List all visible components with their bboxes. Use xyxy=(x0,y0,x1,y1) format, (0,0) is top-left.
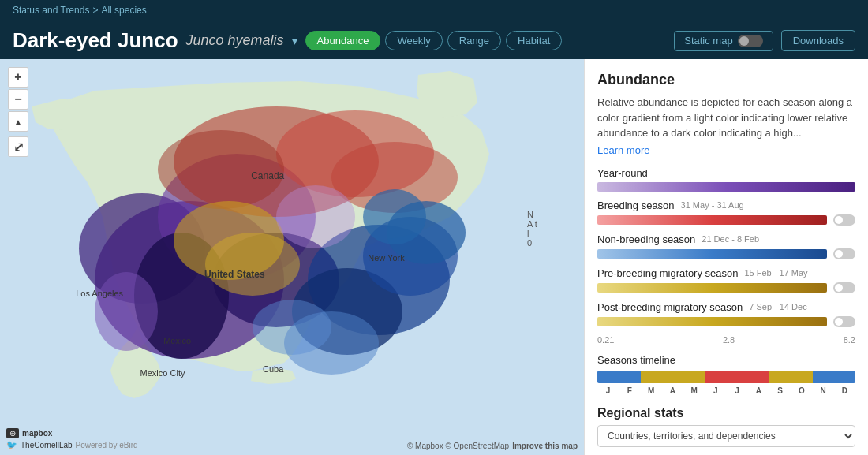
timeline-bar xyxy=(597,371,855,383)
scale-min: 0.21 xyxy=(597,335,614,345)
static-map-toggle[interactable] xyxy=(738,35,763,47)
sidebar-description: Relative abundance is depicted for each … xyxy=(597,95,855,141)
timeline-may xyxy=(683,371,705,383)
map-controls: + − ▲ ⤢ xyxy=(8,67,28,157)
month-label-n: N xyxy=(813,386,834,395)
regional-stats-select[interactable]: Countries, territories, and dependencies xyxy=(597,425,855,447)
timeline-section: Seasons timeline J F M A M xyxy=(597,354,855,395)
static-map-label: Static map xyxy=(684,35,732,47)
main-content: + − ▲ ⤢ Canada United States New York Lo… xyxy=(0,59,868,455)
header-right: Static map Downloads xyxy=(674,30,855,51)
season-row-postbreeding: Post-breeding migratory season 7 Sep - 1… xyxy=(597,301,855,327)
prebreeding-bar xyxy=(597,283,827,293)
postbreeding-bar xyxy=(597,317,827,326)
month-label-s: S xyxy=(769,386,791,395)
svg-point-14 xyxy=(205,233,300,296)
scale-labels: 0.21 2.8 8.2 xyxy=(597,335,855,345)
timeline-nov xyxy=(813,371,834,383)
header: Status and Trends > All species Dark-eye… xyxy=(0,0,868,59)
svg-point-19 xyxy=(95,272,158,351)
nonbreeding-toggle[interactable] xyxy=(833,248,855,259)
nav-tabs: Abundance Weekly Range Habitat xyxy=(305,31,563,50)
regional-stats-section: Regional stats Countries, territories, a… xyxy=(597,406,855,447)
svg-point-18 xyxy=(253,300,331,355)
map-canvas xyxy=(0,59,584,455)
powered-by: Powered by eBird xyxy=(76,441,138,449)
month-label-m1: M xyxy=(641,386,662,395)
zoom-in-button[interactable]: + xyxy=(8,67,28,88)
svg-point-11 xyxy=(158,130,284,209)
season-row-breeding: Breeding season 31 May - 31 Aug xyxy=(597,200,855,226)
downloads-button[interactable]: Downloads xyxy=(781,30,855,51)
scale-max: 8.2 xyxy=(844,335,855,345)
mapbox-logo: ⊕ mapbox xyxy=(6,428,138,438)
month-label-j3: J xyxy=(727,386,748,395)
breadcrumb: Status and Trends > All species xyxy=(13,5,855,16)
improve-map-link[interactable]: Improve this map xyxy=(512,442,578,450)
timeline-jun xyxy=(705,371,726,383)
postbreeding-bar-container xyxy=(597,316,855,327)
breadcrumb-separator: > xyxy=(92,5,98,16)
timeline-mar xyxy=(641,371,662,383)
breeding-toggle[interactable] xyxy=(833,214,855,226)
scale-mid: 2.8 xyxy=(723,335,735,345)
static-map-button[interactable]: Static map xyxy=(674,31,773,51)
prebreeding-toggle[interactable] xyxy=(833,282,855,293)
tab-weekly[interactable]: Weekly xyxy=(385,31,442,50)
month-label-a2: A xyxy=(748,386,769,395)
expand-button[interactable]: ⤢ xyxy=(8,136,28,157)
month-label-a1: A xyxy=(662,386,683,395)
season-label-postbreeding: Post-breeding migratory season 7 Sep - 1… xyxy=(597,301,855,313)
svg-point-20 xyxy=(276,185,355,248)
north-button[interactable]: ▲ xyxy=(8,111,28,132)
breadcrumb-link-status[interactable]: Status and Trends xyxy=(13,5,89,16)
timeline-oct xyxy=(791,371,812,383)
season-row-prebreeding: Pre-breeding migratory season 15 Feb - 1… xyxy=(597,267,855,293)
map-attribution: ⊕ mapbox 🐦 TheCornellLab Powered by eBir… xyxy=(0,428,584,450)
timeline-aug xyxy=(748,371,769,383)
tab-range[interactable]: Range xyxy=(447,31,501,50)
species-dropdown-icon[interactable]: ▾ xyxy=(292,35,297,47)
timeline-feb xyxy=(619,371,640,383)
season-row-nonbreeding: Non-breeding season 21 Dec - 8 Feb xyxy=(597,233,855,259)
sidebar: Abundance Relative abundance is depicted… xyxy=(584,59,868,455)
title-section: Dark-eyed Junco Junco hyemalis ▾ Abundan… xyxy=(13,28,562,53)
season-bar-yearround xyxy=(597,182,855,192)
map-copyright: © Mapbox © OpenStreetMap xyxy=(407,442,509,450)
nonbreeding-bar xyxy=(597,249,827,259)
season-row-yearround: Year-round xyxy=(597,167,855,192)
month-label-d: D xyxy=(834,386,855,395)
regional-stats-title: Regional stats xyxy=(597,406,855,420)
breadcrumb-link-species[interactable]: All species xyxy=(101,5,146,16)
map-area[interactable]: + − ▲ ⤢ Canada United States New York Lo… xyxy=(0,59,584,455)
cornell-text: TheCornellLab xyxy=(21,441,73,449)
learn-more-link[interactable]: Learn more xyxy=(597,144,855,156)
month-label-j2: J xyxy=(705,386,726,395)
header-row: Dark-eyed Junco Junco hyemalis ▾ Abundan… xyxy=(13,28,855,53)
tab-abundance[interactable]: Abundance xyxy=(305,31,381,50)
mapbox-text: mapbox xyxy=(22,429,52,438)
prebreeding-bar-container xyxy=(597,282,855,293)
zoom-out-button[interactable]: − xyxy=(8,89,28,110)
cornell-logo: 🐦 TheCornellLab Powered by eBird xyxy=(6,440,138,450)
species-common-name: Dark-eyed Junco xyxy=(13,28,178,53)
month-label-f: F xyxy=(619,386,640,395)
timeline-title: Seasons timeline xyxy=(597,354,855,366)
month-label-o: O xyxy=(791,386,812,395)
season-label-nonbreeding: Non-breeding season 21 Dec - 8 Feb xyxy=(597,233,855,245)
timeline-sep xyxy=(769,371,791,383)
svg-point-16 xyxy=(363,189,426,244)
season-label-prebreeding: Pre-breeding migratory season 15 Feb - 1… xyxy=(597,267,855,279)
breeding-bar xyxy=(597,215,827,225)
species-latin-name: Junco hyemalis xyxy=(186,32,284,49)
sidebar-title: Abundance xyxy=(597,72,855,88)
timeline-apr xyxy=(662,371,683,383)
timeline-jan xyxy=(597,371,619,383)
timeline-labels: J F M A M J J A S O N D xyxy=(597,386,855,395)
postbreeding-toggle[interactable] xyxy=(833,316,855,327)
season-label-breeding: Breeding season 31 May - 31 Aug xyxy=(597,200,855,211)
timeline-jul xyxy=(727,371,748,383)
timeline-dec xyxy=(834,371,855,383)
month-label-j1: J xyxy=(597,386,619,395)
tab-habitat[interactable]: Habitat xyxy=(506,31,562,50)
